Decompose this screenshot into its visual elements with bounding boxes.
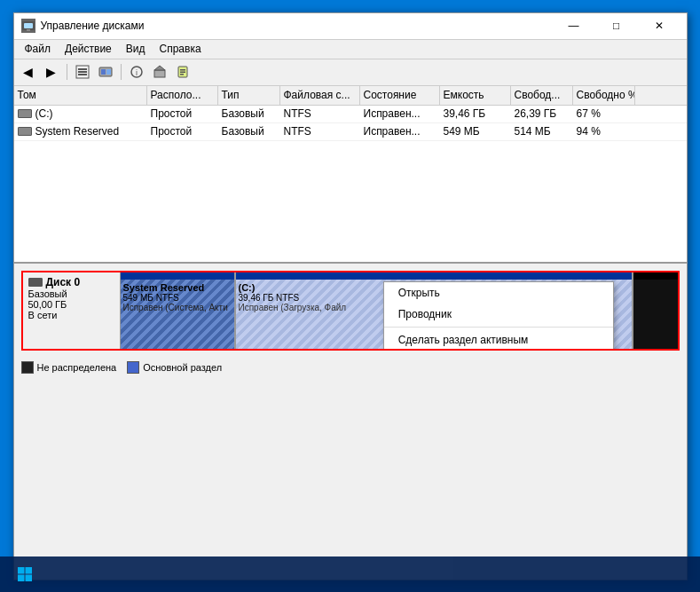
legend-basic: Основной раздел [127,361,222,374]
disk-0-row: Диск 0 Базовый 50,00 ГБ В сети System Re… [21,271,680,351]
legend-unallocated: Не распределена [21,361,117,374]
system-reserved-partition[interactable]: System Reserved 549 МБ NTFS Исправен (Си… [121,272,236,349]
svg-rect-16 [180,72,185,74]
partition-name-0: System Reserved [123,282,232,293]
minimize-button[interactable]: — [554,12,594,39]
menu-action[interactable]: Действие [58,41,119,57]
table-row[interactable]: System Reserved Простой Базовый NTFS Исп… [14,123,687,141]
disk-list-area: Том Располо... Тип Файловая с... Состоян… [14,86,687,264]
unallocated-partition[interactable] [633,272,678,349]
svg-rect-2 [27,29,30,31]
col-header-free[interactable]: Свобод... [511,86,573,105]
cell-rasp-0: Простой [147,107,218,120]
svg-rect-4 [78,68,87,70]
ctx-open[interactable]: Открыть [384,282,613,304]
col-header-tom[interactable]: Том [14,86,147,105]
cell-free-0: 26,39 ГБ [511,107,573,120]
help-button[interactable] [149,62,170,82]
disk-drive-icon [28,278,43,287]
partition-info-0: Исправен (Система, Акти [123,303,232,312]
menu-file[interactable]: Файл [18,41,59,57]
cell-tip-1: Базовый [218,125,280,138]
svg-rect-19 [26,567,33,574]
cell-tom-0: (C:) [14,107,147,120]
svg-marker-13 [154,66,165,70]
svg-text:i: i [136,68,138,77]
disk-status: В сети [28,310,114,320]
svg-rect-8 [101,69,106,75]
col-header-emk[interactable]: Емкость [440,86,511,105]
disk-view-button[interactable] [95,62,116,82]
taskbar [0,556,700,592]
title-bar: Управление дисками — □ ✕ [14,13,687,40]
col-header-fs[interactable]: Файловая с... [280,86,360,105]
table-row[interactable]: (C:) Простой Базовый NTFS Исправен... 39… [14,106,687,123]
main-content: Том Располо... Тип Файловая с... Состоян… [14,86,687,580]
main-window: Управление дисками — □ ✕ Файл Действие В… [13,12,688,580]
cell-state-0: Исправен... [360,107,440,120]
col-header-rasp[interactable]: Располо... [147,86,218,105]
disk-icon-0 [18,109,32,118]
svg-rect-18 [18,567,25,574]
properties-button[interactable]: i [126,62,147,82]
cell-fs-1: NTFS [280,125,360,138]
cell-free-1: 514 МБ [511,125,573,138]
disk-partitions: System Reserved 549 МБ NTFS Исправен (Си… [121,272,678,349]
svg-rect-5 [78,71,87,73]
menu-view[interactable]: Вид [119,41,153,57]
svg-rect-15 [180,69,185,71]
toolbar-separator-1 [67,64,67,80]
back-button[interactable]: ◀ [18,62,39,82]
c-drive-partition[interactable]: (C:) 39,46 ГБ NTFS Исправен (Загрузка, Ф… [236,272,633,349]
close-button[interactable]: ✕ [639,12,680,39]
refresh-button[interactable] [172,62,193,82]
col-header-freep[interactable]: Свободно % [573,86,635,105]
disk-name: Диск 0 [28,276,114,288]
legend: Не распределена Основной раздел [14,358,687,377]
col-header-tip[interactable]: Тип [218,86,280,105]
toolbar: ◀ ▶ i [14,59,687,86]
svg-rect-12 [154,70,165,77]
menu-bar: Файл Действие Вид Справка [14,40,687,59]
cell-emk-1: 549 МБ [440,125,511,138]
window-controls: — □ ✕ [554,12,680,39]
disk-size: 50,00 ГБ [28,299,114,310]
legend-unalloc-box [21,361,34,374]
cell-fs-0: NTFS [280,107,360,120]
forward-button[interactable]: ▶ [41,62,62,82]
legend-unalloc-label: Не распределена [37,362,117,373]
legend-basic-box [127,361,139,374]
cell-emk-0: 39,46 ГБ [440,107,511,120]
list-body: (C:) Простой Базовый NTFS Исправен... 39… [14,106,687,262]
window-title: Управление дисками [41,20,554,32]
list-view-button[interactable] [72,62,93,82]
ctx-make-active[interactable]: Сделать раздел активным [384,329,613,349]
disk-type: Базовый [28,288,114,299]
col-header-state[interactable]: Состояние [360,86,440,105]
cell-freep-0: 67 % [573,107,635,120]
svg-rect-17 [180,74,184,75]
cell-state-1: Исправен... [360,125,440,138]
svg-rect-21 [26,575,33,582]
maximize-button[interactable]: □ [596,12,637,39]
ctx-separator-1 [384,327,613,328]
list-header: Том Располо... Тип Файловая с... Состоян… [14,86,687,106]
cell-tom-1: System Reserved [14,125,147,138]
context-menu: Открыть Проводник Сделать раздел активны… [383,281,614,349]
svg-rect-1 [24,23,33,28]
disk-label: Диск 0 Базовый 50,00 ГБ В сети [23,272,121,349]
cell-rasp-1: Простой [147,125,218,138]
menu-help[interactable]: Справка [153,41,208,57]
disk-icon-1 [18,127,32,136]
partition-size-0: 549 МБ NTFS [123,293,232,303]
svg-rect-20 [18,575,25,582]
ctx-explorer[interactable]: Проводник [384,304,613,325]
legend-basic-label: Основной раздел [143,362,222,373]
toolbar-separator-2 [121,64,122,80]
start-button[interactable] [7,556,43,592]
svg-rect-6 [78,74,87,75]
disk-map-area: Диск 0 Базовый 50,00 ГБ В сети System Re… [14,264,687,580]
cell-tip-0: Базовый [218,107,280,120]
window-icon [21,19,35,33]
cell-freep-1: 94 % [573,125,635,138]
